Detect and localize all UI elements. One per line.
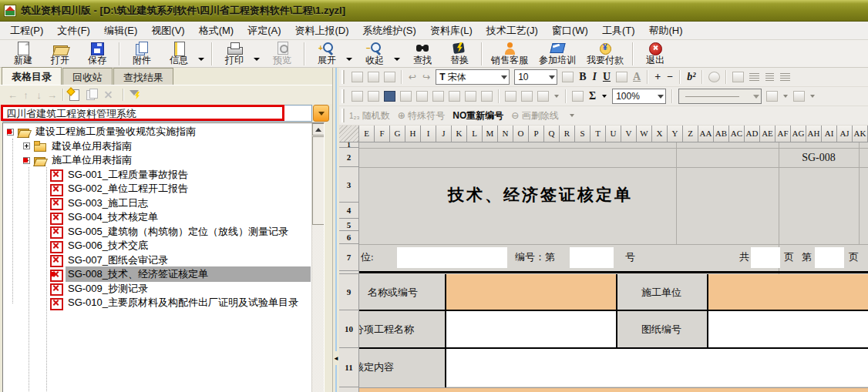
- column-header[interactable]: R: [560, 126, 575, 142]
- r10-value-cell-left[interactable]: [445, 310, 616, 348]
- column-header[interactable]: L: [467, 126, 483, 142]
- tree-item[interactable]: SG-005_建筑物（构筑物）定位（放线）测量记录: [3, 225, 324, 240]
- tree-item[interactable]: 施工单位用表指南: [3, 153, 324, 168]
- toolbar-grip[interactable]: [341, 70, 345, 84]
- column-header[interactable]: I: [421, 126, 436, 142]
- info-button[interactable]: 信息: [160, 41, 197, 67]
- fill-color-icon[interactable]: [616, 72, 627, 82]
- panel-tab[interactable]: 回收站: [62, 68, 113, 85]
- bold-button[interactable]: B: [579, 72, 586, 82]
- join-training-button[interactable]: 参加培训: [533, 41, 581, 67]
- column-header[interactable]: AH: [806, 126, 822, 142]
- number-input-cell[interactable]: [570, 247, 614, 268]
- column-header[interactable]: X: [652, 126, 668, 142]
- expand-toggle-icon[interactable]: [23, 142, 30, 149]
- form-code-cell[interactable]: SG-008: [779, 148, 859, 167]
- underline-button[interactable]: U: [603, 72, 611, 82]
- move-right-icon[interactable]: →: [45, 89, 59, 101]
- tree-item[interactable]: SG-001_工程质量事故报告: [3, 168, 324, 183]
- exit-button[interactable]: 退出: [637, 41, 674, 67]
- menu-item[interactable]: 文件(F): [50, 22, 97, 39]
- unit-input-cell[interactable]: [397, 247, 507, 268]
- column-header[interactable]: K: [452, 126, 467, 142]
- r11-left-label-cell[interactable]: 核定内容: [359, 348, 444, 387]
- select-all-corner[interactable]: [339, 126, 359, 142]
- r10-left-label-cell[interactable]: 分项工程名称: [359, 310, 444, 348]
- toolbar-grip[interactable]: [341, 109, 345, 122]
- r11-value-cell[interactable]: [445, 348, 868, 387]
- r9-value-cell-left[interactable]: [445, 274, 616, 310]
- column-header[interactable]: P: [529, 126, 544, 142]
- column-header[interactable]: AA: [698, 126, 714, 142]
- menu-item[interactable]: 资料上报(D): [288, 22, 355, 39]
- filter-icon[interactable]: [128, 89, 142, 101]
- info-dropdown-arrow[interactable]: [198, 58, 204, 61]
- menu-item[interactable]: 技术工艺(J): [479, 22, 545, 39]
- column-header[interactable]: J: [436, 126, 452, 142]
- open-button[interactable]: 打开: [42, 41, 79, 67]
- page-number-input-cell[interactable]: [815, 247, 844, 268]
- panel-splitter[interactable]: ◄: [333, 68, 339, 392]
- column-header[interactable]: F: [375, 126, 390, 142]
- move-down-icon[interactable]: ↓: [32, 89, 45, 101]
- toolbar-grip[interactable]: [341, 89, 345, 103]
- menu-item[interactable]: 系统维护(S): [356, 22, 423, 39]
- tree-item[interactable]: SG-006_技术交底: [3, 239, 324, 253]
- row-header[interactable]: 10: [339, 310, 358, 348]
- row-header[interactable]: 9: [339, 274, 358, 310]
- collapse-panel-icon[interactable]: ◄: [333, 351, 339, 365]
- panel-tab[interactable]: 表格目录: [2, 67, 62, 85]
- row-header-partial[interactable]: [339, 387, 358, 392]
- row-header[interactable]: 4: [339, 203, 358, 219]
- copy-sheet-icon[interactable]: [85, 89, 99, 101]
- column-header[interactable]: AK: [853, 126, 868, 142]
- column-header[interactable]: AI: [822, 126, 837, 142]
- form-title[interactable]: 技术、经济签证核定单: [359, 184, 722, 206]
- total-pages-input-cell[interactable]: [751, 247, 780, 268]
- print-dropdown-arrow[interactable]: [254, 58, 260, 61]
- delete-icon[interactable]: [102, 89, 116, 101]
- column-header[interactable]: Z: [683, 126, 698, 142]
- collapse-dropdown-arrow[interactable]: [394, 58, 400, 61]
- sum-dropdown-arrow[interactable]: [602, 95, 607, 98]
- row-header[interactable]: 5: [339, 219, 358, 231]
- tree-item[interactable]: SG-004_技术核定单: [3, 210, 324, 225]
- zoom-select[interactable]: 100%: [612, 89, 666, 104]
- replace-button[interactable]: 替换: [441, 41, 478, 67]
- column-header[interactable]: S: [575, 126, 590, 142]
- column-header[interactable]: T: [590, 126, 606, 142]
- tree-item[interactable]: SG-009_抄测记录: [3, 282, 324, 297]
- italic-button[interactable]: I: [592, 72, 596, 82]
- column-header[interactable]: AE: [760, 126, 775, 142]
- tree-item[interactable]: SG-010_主要原材料及构配件出厂证明及试验单目录: [3, 296, 324, 310]
- tree-item[interactable]: SG-002_单位工程开工报告: [3, 182, 324, 196]
- increase-button[interactable]: +: [654, 72, 661, 82]
- column-header[interactable]: AJ: [837, 126, 853, 142]
- expand-toggle-icon[interactable]: [23, 157, 30, 164]
- renumber-button[interactable]: 重新编号: [466, 110, 503, 121]
- column-header[interactable]: E: [359, 126, 375, 142]
- font-color-button[interactable]: A: [633, 72, 641, 82]
- menu-item[interactable]: 评定(A): [241, 22, 288, 39]
- row-header[interactable]: 1: [339, 142, 358, 148]
- move-left-icon[interactable]: ←: [6, 89, 19, 101]
- menu-item[interactable]: 格式(M): [192, 22, 241, 39]
- panel-tab[interactable]: 查找结果: [113, 68, 173, 85]
- r9-right-label-cell[interactable]: 施工单位: [616, 274, 707, 310]
- new-button[interactable]: 新建: [5, 41, 42, 67]
- new-sheet-icon[interactable]: [68, 89, 82, 101]
- print-button[interactable]: 打印: [216, 41, 253, 67]
- r9-left-label-cell[interactable]: 名称或编号: [359, 274, 444, 310]
- expand-toggle-icon[interactable]: [7, 129, 14, 136]
- row-header[interactable]: 6: [339, 231, 358, 244]
- row-header[interactable]: 2: [339, 148, 358, 167]
- column-header[interactable]: AF: [775, 126, 791, 142]
- menu-item[interactable]: 视图(V): [144, 22, 191, 39]
- column-header[interactable]: U: [606, 126, 621, 142]
- r9-value-cell-right[interactable]: [707, 274, 868, 310]
- column-header[interactable]: Q: [544, 126, 560, 142]
- column-header[interactable]: W: [637, 126, 652, 142]
- column-header[interactable]: AG: [791, 126, 806, 142]
- move-up-icon[interactable]: ↑: [19, 89, 32, 101]
- expand-dropdown-arrow[interactable]: [346, 58, 352, 61]
